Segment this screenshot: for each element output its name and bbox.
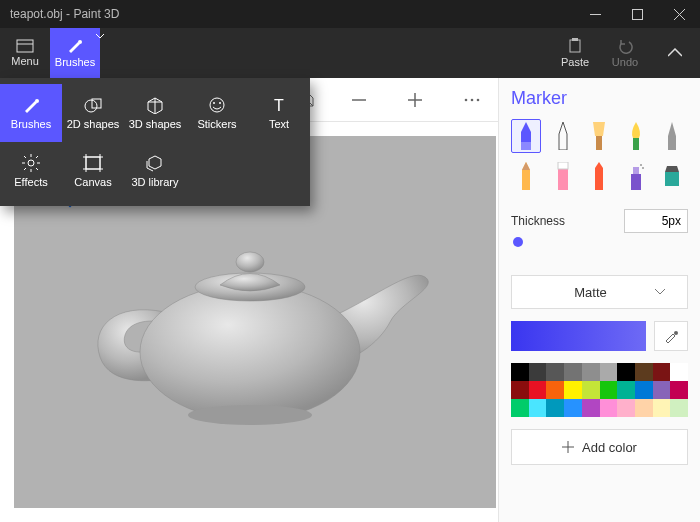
thickness-slider[interactable] (513, 237, 523, 247)
palette-swatch[interactable] (546, 381, 564, 399)
palette-swatch[interactable] (635, 363, 653, 381)
svg-rect-25 (86, 157, 100, 169)
thickness-label: Thickness (511, 214, 565, 228)
svg-rect-44 (558, 168, 568, 190)
svg-point-48 (640, 164, 642, 166)
svg-rect-45 (558, 162, 568, 169)
dropdown-canvas[interactable]: Canvas (62, 142, 124, 200)
palette-swatch[interactable] (546, 399, 564, 417)
svg-point-37 (140, 284, 360, 420)
palette-swatch[interactable] (529, 363, 547, 381)
svg-rect-47 (633, 167, 639, 174)
svg-rect-43 (633, 138, 639, 150)
more-button[interactable] (464, 97, 492, 103)
palette-swatch[interactable] (600, 381, 618, 399)
palette-swatch[interactable] (546, 363, 564, 381)
palette-swatch[interactable] (582, 399, 600, 417)
undo-button[interactable]: Undo (600, 28, 650, 78)
eyedropper-button[interactable] (654, 321, 688, 351)
palette-swatch[interactable] (617, 381, 635, 399)
menu-button[interactable]: Menu (0, 28, 50, 78)
dropdown-label: 3D library (131, 176, 178, 188)
svg-point-14 (219, 102, 221, 104)
material-select[interactable]: Matte (511, 275, 688, 309)
svg-rect-41 (521, 142, 531, 150)
dropdown-effects[interactable]: Effects (0, 142, 62, 200)
minimize-button[interactable] (574, 0, 616, 28)
svg-line-24 (24, 168, 26, 170)
palette-swatch[interactable] (617, 399, 635, 417)
brush-crayon[interactable] (584, 159, 614, 193)
dropdown-3d-library[interactable]: 3D library (124, 142, 186, 200)
palette-swatch[interactable] (564, 399, 582, 417)
palette-swatch[interactable] (529, 381, 547, 399)
paste-label: Paste (561, 56, 589, 68)
brush-pixel[interactable] (657, 119, 687, 153)
properties-sidebar: Marker Thickness Matte (498, 78, 700, 522)
svg-point-34 (465, 98, 468, 101)
tools-dropdown: Brushes 2D shapes 3D shapes Stickers T T… (0, 78, 310, 206)
maximize-button[interactable] (616, 0, 658, 28)
palette-swatch[interactable] (670, 399, 688, 417)
brush-calligraphy[interactable] (548, 119, 578, 153)
close-button[interactable] (658, 0, 700, 28)
palette-swatch[interactable] (635, 399, 653, 417)
svg-rect-50 (665, 172, 679, 186)
dropdown-3d-shapes[interactable]: 3D shapes (124, 84, 186, 142)
brush-spray[interactable] (621, 159, 651, 193)
palette-swatch[interactable] (511, 381, 529, 399)
collapse-ribbon-button[interactable] (650, 28, 700, 78)
palette-swatch[interactable] (511, 363, 529, 381)
brushes-tab[interactable]: Brushes (50, 28, 100, 78)
zoom-in-button[interactable] (408, 93, 436, 107)
paste-button[interactable]: Paste (550, 28, 600, 78)
dropdown-2d-shapes[interactable]: 2D shapes (62, 84, 124, 142)
brush-oil[interactable] (584, 119, 614, 153)
svg-rect-46 (631, 174, 641, 190)
palette-swatch[interactable] (600, 399, 618, 417)
add-color-button[interactable]: Add color (511, 429, 688, 465)
brush-marker[interactable] (511, 119, 541, 153)
palette-swatch[interactable] (653, 399, 671, 417)
palette-swatch[interactable] (511, 399, 529, 417)
palette-swatch[interactable] (653, 363, 671, 381)
dropdown-stickers[interactable]: Stickers (186, 84, 248, 142)
palette-swatch[interactable] (653, 381, 671, 399)
svg-rect-4 (17, 40, 33, 52)
svg-point-6 (78, 40, 82, 44)
teapot-model[interactable] (70, 207, 440, 437)
svg-point-49 (642, 167, 644, 169)
palette-swatch[interactable] (670, 381, 688, 399)
palette-swatch[interactable] (600, 363, 618, 381)
dropdown-brushes[interactable]: Brushes (0, 84, 62, 142)
palette-swatch[interactable] (617, 363, 635, 381)
palette-swatch[interactable] (582, 363, 600, 381)
brushes-label: Brushes (55, 56, 95, 68)
svg-line-23 (36, 156, 38, 158)
svg-point-16 (28, 160, 34, 166)
dropdown-label: 2D shapes (67, 118, 120, 130)
palette-swatch[interactable] (582, 381, 600, 399)
dropdown-label: Stickers (197, 118, 236, 130)
palette-swatch[interactable] (564, 381, 582, 399)
dropdown-text[interactable]: T Text (248, 84, 310, 142)
thickness-input[interactable] (624, 209, 688, 233)
brush-fill[interactable] (657, 159, 687, 193)
undo-label: Undo (612, 56, 638, 68)
material-label: Matte (574, 285, 607, 300)
palette-swatch[interactable] (529, 399, 547, 417)
palette-swatch[interactable] (635, 381, 653, 399)
brush-watercolor[interactable] (621, 119, 651, 153)
palette-swatch[interactable] (564, 363, 582, 381)
brush-pencil[interactable] (511, 159, 541, 193)
svg-point-13 (213, 102, 215, 104)
svg-line-22 (36, 168, 38, 170)
zoom-out-button[interactable] (352, 93, 380, 107)
brush-picker (511, 119, 688, 193)
dropdown-label: 3D shapes (129, 118, 182, 130)
brush-eraser[interactable] (548, 159, 578, 193)
svg-rect-7 (570, 40, 580, 52)
palette-swatch[interactable] (670, 363, 688, 381)
svg-rect-1 (632, 9, 642, 19)
current-color-swatch[interactable] (511, 321, 646, 351)
